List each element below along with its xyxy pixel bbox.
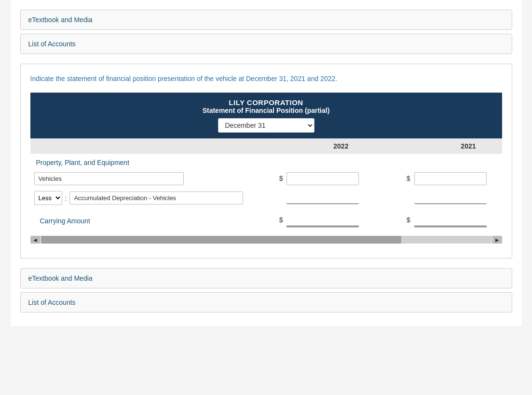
accum-dep-label-cell: Less Add : [30,188,247,208]
carrying-amount-2022-input[interactable] [286,215,359,227]
year2-spacer [491,138,502,154]
scroll-track [41,236,491,244]
list-of-accounts-link-bottom[interactable]: List of Accounts [20,292,512,313]
vehicles-amount-2022-input[interactable] [286,172,359,185]
colon-separator: : [65,194,67,202]
dollar-sign-3: $ [279,216,283,224]
spacer-cell-6 [491,211,502,231]
carrying-amount-label-cell: Carrying Amount [30,211,247,231]
etextbook-media-link-top[interactable]: eTextbook and Media [20,10,512,30]
vehicles-amount-2021-input[interactable] [414,172,487,185]
ppe-section-label: Property, Plant, and Equipment [30,154,502,169]
year-header-row: 2022 2021 [30,138,502,154]
horizontal-scrollbar[interactable]: ◀ ▶ [30,236,502,244]
corp-name: LILY CORPORATION [34,98,498,107]
table-header-row: LILY CORPORATION Statement of Financial … [30,93,502,138]
corp-subtitle: Statement of Financial Position (partial… [34,107,498,114]
carrying-amount-2021-input[interactable] [414,215,487,227]
vehicles-input[interactable] [34,172,184,185]
carrying-amount-2022-cell: $ [247,211,363,231]
spacer-cell-2 [491,169,502,188]
accum-dep-2022-cell [247,188,363,208]
accum-dep-2021-input[interactable] [414,192,487,204]
etextbook-media-link-bottom[interactable]: eTextbook and Media [20,268,512,288]
scroll-right-arrow[interactable]: ▶ [492,236,502,244]
main-financial-section: Indicate the statement of financial posi… [20,64,512,259]
carrying-amount-label: Carrying Amount [34,217,90,225]
scroll-left-arrow[interactable]: ◀ [30,236,40,244]
financial-table: LILY CORPORATION Statement of Financial … [30,93,502,231]
corp-header-cell: LILY CORPORATION Statement of Financial … [30,93,502,138]
accum-dep-input[interactable] [69,191,243,204]
scroll-thumb [41,236,401,244]
accum-dep-2022-input[interactable] [286,192,359,204]
label-col-header [30,138,247,154]
accum-dep-row: Less Add : [30,188,502,208]
list-of-accounts-link-top[interactable]: List of Accounts [20,34,512,54]
carrying-amount-2021-cell: $ [374,211,490,231]
vehicles-amount-2022-cell: $ [247,169,363,188]
date-select[interactable]: December 31 January 1 June 30 [218,118,314,133]
vehicles-label-cell [30,169,247,188]
accum-dep-2021-cell [374,188,490,208]
dollar-sign-2: $ [407,175,410,182]
spacer-cell-1 [363,169,374,188]
section-header-row: Property, Plant, and Equipment [30,154,502,169]
dollar-sign-1: $ [279,175,283,182]
year1-header: 2022 [247,138,363,154]
dollar-sign-4: $ [407,216,410,224]
vehicles-row: $ $ [30,169,502,188]
spacer-cell-3 [363,188,374,208]
less-select[interactable]: Less Add [34,191,62,205]
year1-spacer [363,138,374,154]
vehicles-amount-2021-cell: $ [374,169,490,188]
carrying-amount-row: Carrying Amount $ $ [30,211,502,231]
spacer-cell-4 [491,188,502,208]
spacer-cell-5 [363,211,374,231]
less-group: Less Add : [34,191,244,205]
instruction-text: Indicate the statement of financial posi… [30,74,502,84]
financial-table-wrapper: LILY CORPORATION Statement of Financial … [30,93,502,248]
year2-header: 2021 [374,138,490,154]
